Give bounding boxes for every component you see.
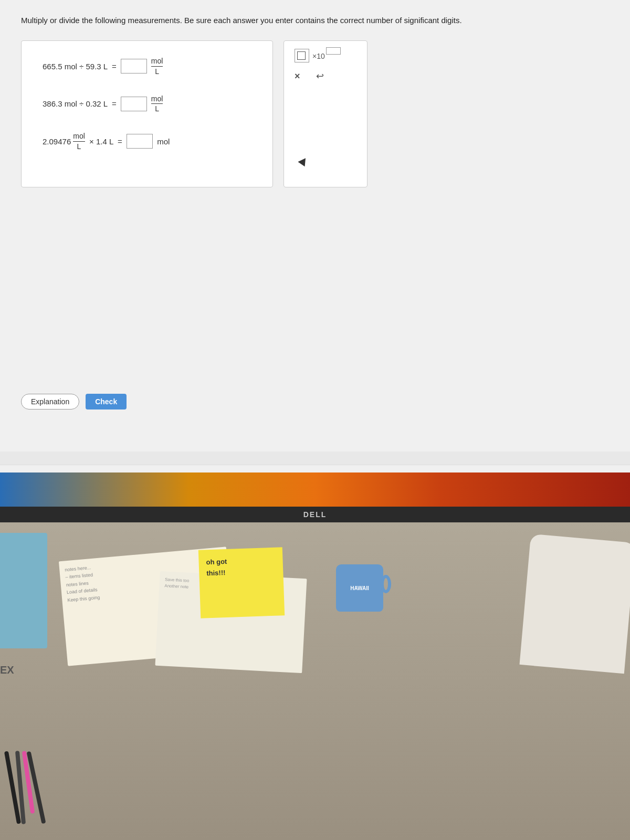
- answer-box-3[interactable]: [127, 134, 153, 149]
- side-box: [0, 533, 47, 648]
- sticky-note: oh got this!!!: [198, 547, 285, 618]
- sci-input-box[interactable]: [295, 49, 309, 62]
- problem-2-expression: 386.3 mol ÷ 0.32 L =: [43, 99, 119, 108]
- white-cloth: [519, 534, 630, 674]
- problem-3-operator: × 1.4 L =: [87, 137, 124, 146]
- exponent-box[interactable]: [326, 47, 341, 55]
- pens-area: [0, 751, 105, 830]
- exponent-sup: [325, 50, 341, 56]
- problem-3-unit-fraction: mol L: [73, 132, 85, 151]
- sci-notation-panel: ×10 × ↩: [284, 40, 368, 187]
- answer-unit-num-2: mol: [151, 94, 163, 104]
- monitor-band: [0, 472, 630, 509]
- sci-notation-row: ×10: [295, 49, 356, 62]
- hawaii-label: HAWAII: [350, 585, 369, 591]
- dell-logo: DELL: [303, 510, 327, 519]
- answer-input-3[interactable]: [129, 137, 150, 145]
- answer-input-2[interactable]: [123, 100, 144, 108]
- answer-unit-fraction-1: mol L: [151, 57, 163, 76]
- bottom-buttons: Explanation Check: [21, 394, 127, 410]
- problem-row-1: 665.5 mol ÷ 59.3 L = mol L: [43, 57, 251, 76]
- problem-3-unit-den: L: [77, 142, 81, 151]
- problem-row-2: 386.3 mol ÷ 0.32 L = mol L: [43, 94, 251, 114]
- answer-box-1[interactable]: [121, 59, 147, 74]
- x10-label: ×10: [312, 51, 341, 60]
- ex-label: EX: [0, 664, 14, 676]
- action-row: × ↩: [295, 70, 356, 82]
- problem-row-3: 2.09476 mol L × 1.4 L = mol: [43, 132, 251, 151]
- content-area: Multiply or divide the following measure…: [0, 0, 630, 452]
- answer-unit-fraction-2: mol L: [151, 94, 163, 114]
- problems-panel: 665.5 mol ÷ 59.3 L = mol L 386.3 mol ÷ 0…: [21, 40, 273, 187]
- checkbox-icon: [297, 51, 306, 60]
- undo-button[interactable]: ↩: [316, 70, 324, 82]
- answer-unit-den-2: L: [155, 104, 159, 113]
- problem-3-part1: 2.09476: [43, 137, 71, 146]
- answer-unit-3: mol: [155, 137, 170, 146]
- answer-unit-num-1: mol: [151, 57, 163, 67]
- hawaii-mug: HAWAII: [336, 564, 383, 612]
- problems-container: 665.5 mol ÷ 59.3 L = mol L 386.3 mol ÷ 0…: [21, 40, 609, 187]
- check-button[interactable]: Check: [86, 394, 127, 410]
- monitor-screen: Multiply or divide the following measure…: [0, 0, 630, 488]
- monitor-bezel: DELL: [0, 507, 630, 522]
- answer-unit-den-1: L: [155, 67, 159, 76]
- answer-box-2[interactable]: [121, 97, 147, 111]
- mug-handle: [381, 575, 391, 593]
- instruction-text: Multiply or divide the following measure…: [21, 16, 609, 25]
- problem-3-unit-num: mol: [73, 132, 85, 142]
- answer-input-1[interactable]: [123, 62, 144, 70]
- desk-area: notes here... – items listed notes lines…: [0, 522, 630, 840]
- explanation-button[interactable]: Explanation: [21, 394, 79, 410]
- problem-1-expression: 665.5 mol ÷ 59.3 L =: [43, 62, 119, 71]
- sticky-line2: this!!!: [206, 566, 276, 579]
- clear-button[interactable]: ×: [295, 71, 300, 82]
